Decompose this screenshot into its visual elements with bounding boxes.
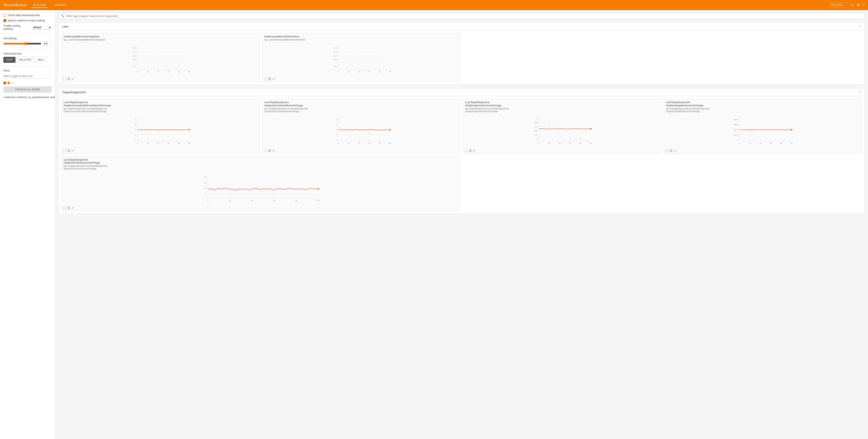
expand-icon-ta5[interactable]: ⛶	[63, 206, 66, 209]
chart-area-ta3: 1 0.6 0.2 -0.2 -0.6 -1 0 1k 2k 3k 4k 5k	[463, 114, 661, 148]
chart-svg-ta2: 3 2 1 0 -1 0 1k 2k 3k 4k 5k	[265, 115, 458, 147]
chart-tag-ta3: tag: TargetAssignment/Loss/TargetAssignm…	[463, 107, 661, 114]
expand-icon-ta4[interactable]: ⛶	[665, 149, 669, 152]
help-icon[interactable]: ?	[863, 3, 865, 7]
chart-avgnumgroundtruthboxesmatched: Loss/TargetAssignment/AvgNumGroundtruthB…	[61, 99, 259, 154]
ignore-outliers-label: Ignore outliers in chart scaling	[8, 19, 45, 22]
expand-icon-ta3[interactable]: ⛶	[465, 149, 468, 152]
runs-section: Runs — TOGGLE ALL RUNS models/ssd_mobile…	[3, 69, 52, 99]
smoothing-slider[interactable]	[3, 42, 41, 46]
svg-point-139	[791, 129, 792, 130]
svg-text:2k: 2k	[759, 142, 762, 144]
list-icon-ta4[interactable]: ☰	[670, 149, 673, 152]
chart-controls-ta1: ⛶ ☰ ⤢	[61, 148, 259, 153]
svg-text:1k: 1k	[147, 70, 149, 73]
svg-text:1e+3: 1e+3	[734, 134, 738, 136]
svg-text:2e+3: 2e+3	[734, 128, 738, 131]
settings-icon[interactable]: ⚙	[857, 3, 860, 7]
chart-title-ta4: Loss/TargetAssignment/AvgNumNegativeAnch…	[664, 99, 862, 107]
chart-hardexampleminer-numpositives: HardExampleMiner/NumPositives tag: Loss/…	[262, 33, 461, 82]
svg-text:0: 0	[137, 142, 138, 144]
chart-controls-2: ⛶ ☰ ⤢	[262, 76, 460, 82]
svg-text:0.6: 0.6	[535, 121, 538, 124]
refresh-icon[interactable]: ↻	[851, 3, 854, 7]
list-icon-ta5[interactable]: ☰	[67, 206, 70, 209]
svg-text:0: 0	[336, 134, 337, 136]
run-checkbox[interactable]	[3, 82, 6, 84]
svg-text:2k: 2k	[559, 142, 561, 144]
status-select[interactable]: INACTIVE ACTIVE	[829, 3, 848, 8]
svg-text:3k: 3k	[167, 70, 169, 73]
expand-icon-ta1[interactable]: ⛶	[63, 149, 66, 152]
ignore-outliers-checkbox[interactable]	[3, 19, 6, 22]
tooltip-select[interactable]: default ascending descending nearest	[31, 25, 52, 30]
nav-scalars[interactable]: SCALARS	[31, 3, 48, 8]
fullscreen-icon-ta1[interactable]: ⤢	[71, 149, 74, 152]
svg-text:0: 0	[207, 199, 209, 202]
svg-text:2k: 2k	[157, 142, 159, 144]
svg-text:3k: 3k	[167, 142, 169, 144]
chart-area-2: 0.9 0.7 0.5 0.3 0.1 0 1k 2k 3k 4k 5k	[262, 42, 460, 76]
expand-icon-1[interactable]: ⛶	[63, 77, 66, 81]
loss-section-count: 2	[860, 25, 861, 28]
haxis-label: Horizontal Axis	[3, 52, 52, 55]
svg-text:0.7: 0.7	[334, 51, 337, 54]
filter-search-icon: 🔍	[61, 14, 64, 18]
chart-svg-1: 0.9 0.7 0.5 0.3 0.1 0 1k 2k 3k 4k 5k	[64, 43, 257, 76]
fullscreen-icon-ta5[interactable]: ⤢	[71, 206, 74, 209]
fullscreen-icon-ta4[interactable]: ⤢	[674, 149, 676, 152]
svg-text:-1: -1	[335, 139, 337, 141]
main-layout: Show data download links Ignore outliers…	[0, 10, 868, 439]
svg-text:0: 0	[135, 134, 136, 136]
fullscreen-icon-ta2[interactable]: ⤢	[272, 149, 275, 152]
svg-point-68	[188, 129, 190, 130]
svg-text:2k: 2k	[251, 199, 253, 202]
svg-text:0.1: 0.1	[133, 65, 136, 67]
expand-icon-ta2[interactable]: ⛶	[264, 149, 267, 152]
chart-tag-ta1: tag: TargetAssignment/Loss/TargetAssignm…	[61, 107, 259, 114]
haxis-step-btn[interactable]: STEP	[3, 57, 16, 63]
loss-section-title: Loss	[62, 25, 68, 28]
list-icon-1[interactable]: ☰	[67, 77, 70, 81]
tooltip-label: Tooltip sorting method:	[3, 24, 30, 31]
svg-text:1k: 1k	[548, 142, 550, 144]
svg-text:0.3: 0.3	[133, 58, 136, 61]
svg-text:3: 3	[336, 118, 337, 121]
chart-title-1: HardExampleMiner/NumNegatives	[61, 33, 259, 38]
fullscreen-icon-ta3[interactable]: ⤢	[473, 149, 475, 152]
main-content: 🔍 Loss 2 HardExampleMiner/NumNegatives t…	[55, 10, 868, 439]
fullscreen-icon-2[interactable]: ⤢	[272, 77, 275, 81]
svg-text:2: 2	[336, 123, 337, 126]
ignore-outliers-row[interactable]: Ignore outliers in chart scaling	[3, 19, 52, 22]
run-row: —	[3, 81, 52, 85]
fullscreen-icon-1[interactable]: ⤢	[71, 77, 74, 81]
sidebar-options: Show data download links Ignore outliers…	[3, 13, 52, 31]
list-icon-2[interactable]: ☰	[268, 77, 271, 81]
svg-point-160	[318, 188, 319, 190]
list-icon-ta2[interactable]: ☰	[268, 149, 271, 152]
svg-text:0.5: 0.5	[334, 55, 337, 57]
svg-text:3: 3	[135, 118, 136, 121]
list-icon-ta3[interactable]: ☰	[469, 149, 472, 152]
filter-input[interactable]	[66, 14, 862, 18]
topnav-right: INACTIVE ACTIVE ↻ ⚙ ?	[829, 3, 865, 8]
haxis-buttons: STEP RELATIVE WALL	[3, 57, 52, 63]
svg-text:2k: 2k	[358, 142, 360, 144]
nav-graphs[interactable]: GRAPHS	[53, 3, 68, 8]
show-download-row[interactable]: Show data download links	[3, 13, 52, 17]
chart-tag-ta5: tag: TargetAssignment/Loss/TargetAssignm…	[61, 165, 460, 171]
show-download-checkbox[interactable]	[3, 14, 6, 17]
toggle-all-runs-button[interactable]: TOGGLE ALL RUNS	[3, 86, 52, 93]
expand-icon-2[interactable]: ⛶	[264, 77, 267, 81]
svg-text:0: 0	[338, 142, 339, 144]
list-icon-ta1[interactable]: ☰	[67, 149, 70, 152]
divider-3	[3, 66, 52, 66]
smoothing-input[interactable]	[43, 41, 52, 46]
haxis-wall-btn[interactable]: WALL	[35, 57, 47, 63]
svg-text:5k: 5k	[188, 142, 190, 144]
runs-filter-input[interactable]	[3, 74, 52, 79]
svg-text:1k: 1k	[347, 142, 349, 144]
targetassignment-section: TargetAssignment 5 Loss/TargetAssignment…	[59, 88, 865, 214]
haxis-relative-btn[interactable]: RELATIVE	[16, 57, 34, 63]
chart-title-ta1: Loss/TargetAssignment/AvgNumGroundtruthB…	[61, 99, 259, 107]
